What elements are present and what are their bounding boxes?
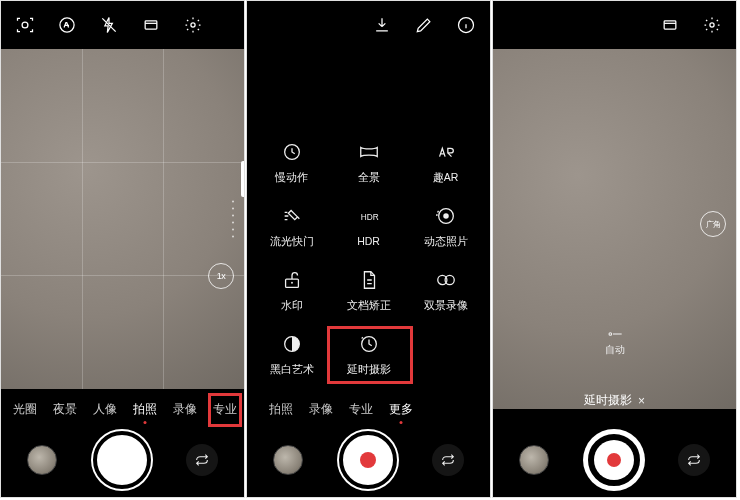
grid-line xyxy=(82,49,83,389)
mode-item-ar[interactable]: 趣AR xyxy=(411,139,481,185)
panorama-icon xyxy=(356,139,382,165)
mode-更多[interactable]: 更多 xyxy=(381,401,421,418)
gallery-thumbnail[interactable] xyxy=(27,445,57,475)
mode-item-label: HDR xyxy=(357,235,380,247)
mode-item-label: 动态照片 xyxy=(424,235,468,249)
svg-point-12 xyxy=(443,213,449,219)
active-mode-chip[interactable]: 延时摄影 × xyxy=(584,392,645,409)
document-icon xyxy=(356,267,382,293)
phone-screen-2: 慢动作全景趣AR流光快门HDRHDR动态照片水印文档矫正双景录像黑白艺术延时摄影… xyxy=(246,0,491,498)
grid-line xyxy=(1,162,244,163)
mode-专业[interactable]: 专业 xyxy=(341,401,381,418)
close-icon[interactable]: × xyxy=(638,394,645,408)
mode-item-dualview[interactable]: 双景录像 xyxy=(411,267,481,313)
bw-icon xyxy=(279,331,305,357)
mode-item-label: 趣AR xyxy=(433,171,459,185)
aspect-icon[interactable] xyxy=(141,15,161,35)
mode-item-label: 全景 xyxy=(358,171,380,185)
aspect-icon[interactable] xyxy=(660,15,680,35)
mode-item-liveshot[interactable]: 动态照片 xyxy=(411,203,481,249)
mode-item-label: 慢动作 xyxy=(275,171,308,185)
mode-item-label: 文档矫正 xyxy=(347,299,391,313)
mode-item-bw[interactable]: 黑白艺术 xyxy=(257,331,327,377)
auto-speed-button[interactable]: 自动 xyxy=(605,329,625,357)
mode-item-label: 延时摄影 xyxy=(347,363,391,377)
dualview-icon xyxy=(433,267,459,293)
settings-icon[interactable] xyxy=(702,15,722,35)
shutter-button[interactable] xyxy=(339,431,397,489)
svg-rect-3 xyxy=(145,21,157,29)
mode-夜景[interactable]: 夜景 xyxy=(45,401,85,418)
ai-scene-icon[interactable] xyxy=(15,15,35,35)
zoom-slider[interactable] xyxy=(232,201,234,238)
mode-拍照[interactable]: 拍照 xyxy=(261,401,301,418)
shutter-button[interactable] xyxy=(93,431,151,489)
shutter-bar xyxy=(1,423,244,497)
more-modes-menu: 慢动作全景趣AR流光快门HDRHDR动态照片水印文档矫正双景录像黑白艺术延时摄影 xyxy=(247,49,490,389)
ai-icon[interactable] xyxy=(57,15,77,35)
auto-label: 自动 xyxy=(605,343,625,357)
edge-handle[interactable] xyxy=(241,161,245,197)
svg-point-0 xyxy=(22,22,28,28)
mode-item-hdr[interactable]: HDRHDR xyxy=(334,203,404,249)
flash-off-icon[interactable] xyxy=(99,15,119,35)
phone-screen-3: 广角 自动 延时摄影 × xyxy=(492,0,737,498)
edit-icon[interactable] xyxy=(414,15,434,35)
phone-screen-1: 1x 光圈夜景人像拍照录像专业更多 xyxy=(0,0,245,498)
svg-text:HDR: HDR xyxy=(360,213,378,222)
switch-camera-button[interactable] xyxy=(432,444,464,476)
mode-光圈[interactable]: 光圈 xyxy=(5,401,45,418)
switch-camera-button[interactable] xyxy=(186,444,218,476)
svg-point-5 xyxy=(191,23,195,27)
mode-item-panorama[interactable]: 全景 xyxy=(334,139,404,185)
info-icon[interactable] xyxy=(456,15,476,35)
viewfinder[interactable]: 1x xyxy=(1,49,244,389)
mode-item-timelapse[interactable]: 延时摄影 xyxy=(334,331,404,377)
shutter-bar xyxy=(493,423,736,497)
topbar xyxy=(1,1,244,49)
mode-item-label: 双景录像 xyxy=(424,299,468,313)
svg-rect-19 xyxy=(664,21,676,29)
hdr-icon: HDR xyxy=(356,203,382,229)
lightpaint-icon xyxy=(279,203,305,229)
mode-item-watermark[interactable]: 水印 xyxy=(257,267,327,313)
shutter-bar xyxy=(247,423,490,497)
switch-camera-button[interactable] xyxy=(678,444,710,476)
svg-point-22 xyxy=(609,333,612,336)
ar-icon xyxy=(433,139,459,165)
zoom-button[interactable]: 1x xyxy=(208,263,234,289)
topbar xyxy=(247,1,490,49)
mode-item-lightpaint[interactable]: 流光快门 xyxy=(257,203,327,249)
settings-icon[interactable] xyxy=(183,15,203,35)
mode-chip-label: 延时摄影 xyxy=(584,392,632,409)
zoom-wide-button[interactable]: 广角 xyxy=(700,211,726,237)
mode-item-slowmo[interactable]: 慢动作 xyxy=(257,139,327,185)
mode-item-label: 黑白艺术 xyxy=(270,363,314,377)
gallery-thumbnail[interactable] xyxy=(273,445,303,475)
liveshot-icon xyxy=(433,203,459,229)
mode-人像[interactable]: 人像 xyxy=(85,401,125,418)
topbar xyxy=(493,1,736,49)
mode-录像[interactable]: 录像 xyxy=(165,401,205,418)
slowmo-icon xyxy=(279,139,305,165)
svg-point-14 xyxy=(291,282,293,284)
timelapse-icon xyxy=(356,331,382,357)
mode-item-label: 水印 xyxy=(281,299,303,313)
mode-拍照[interactable]: 拍照 xyxy=(125,401,165,418)
download-icon[interactable] xyxy=(372,15,392,35)
gallery-thumbnail[interactable] xyxy=(519,445,549,475)
mode-专业[interactable]: 专业 xyxy=(205,401,245,418)
watermark-icon xyxy=(279,267,305,293)
svg-point-21 xyxy=(710,23,714,27)
mode-item-document[interactable]: 文档矫正 xyxy=(334,267,404,313)
grid-line xyxy=(163,49,164,389)
shutter-button[interactable] xyxy=(585,431,643,489)
mode-录像[interactable]: 录像 xyxy=(301,401,341,418)
mode-item-label: 流光快门 xyxy=(270,235,314,249)
